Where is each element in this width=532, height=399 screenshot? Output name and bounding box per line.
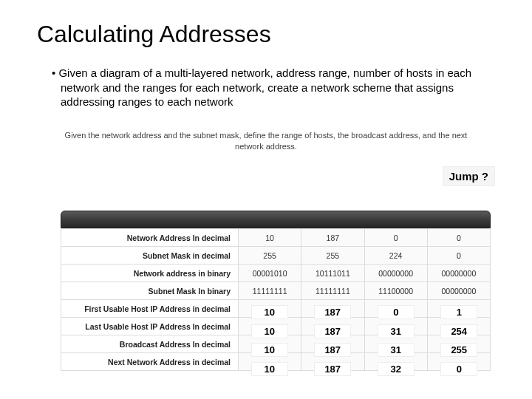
cell: 224 <box>364 247 427 265</box>
slide-title: Calculating Addresses <box>37 21 532 48</box>
address-table: Network Address In decimal1018700Subnet … <box>61 211 491 371</box>
answer-overlay: 0 <box>440 362 477 376</box>
row-label: Subnet Mask In binary <box>61 282 239 300</box>
figure-caption: Given the network address and the subnet… <box>59 130 473 153</box>
answer-overlay: 10 <box>251 343 288 357</box>
cell: 0 <box>427 247 490 265</box>
table-row: Network address in binary000010101011101… <box>61 265 491 282</box>
cell: 10 <box>239 229 301 247</box>
jump-label[interactable]: Jump ? <box>443 166 495 186</box>
answer-overlay: 10 <box>251 324 288 338</box>
row-label: First Usable Host IP Address in decimal <box>61 300 239 318</box>
row-label: Network address in binary <box>61 265 239 282</box>
answer-overlay: 255 <box>440 343 477 357</box>
cell: 0 <box>427 229 490 247</box>
answer-overlay: 10 <box>251 305 288 319</box>
table-row: Subnet Mask In binary1111111111111111111… <box>61 282 491 300</box>
answer-overlay: 187 <box>314 305 351 319</box>
table-row: Subnet Mask in decimal2552552240 <box>61 247 491 265</box>
row-label: Network Address In decimal <box>61 229 239 247</box>
answer-overlay: 187 <box>314 343 351 357</box>
cell: 00000000 <box>427 282 490 300</box>
cell: 00000000 <box>364 265 427 282</box>
answer-overlay: 254 <box>440 324 477 338</box>
row-label: Next Network Address in decimal <box>61 353 239 371</box>
answer-overlay: 31 <box>378 343 415 357</box>
row-label: Last Usable Host IP Address In decimal <box>61 318 239 335</box>
cell: 11111111 <box>301 282 364 300</box>
cell: 255 <box>239 247 301 265</box>
answer-overlay: 0 <box>378 305 415 319</box>
answer-overlay: 10 <box>251 362 288 376</box>
table-row: Network Address In decimal1018700 <box>61 229 491 247</box>
answer-overlay: 1 <box>440 305 477 319</box>
bullet-text: Given a diagram of a multi-layered netwo… <box>52 66 495 109</box>
row-label: Broadcast Address In decimal <box>61 335 239 353</box>
cell: 00000000 <box>427 265 490 282</box>
cell: 11111111 <box>239 282 301 300</box>
cell: 187 <box>301 229 364 247</box>
answer-overlay: 187 <box>314 324 351 338</box>
answer-overlay: 187 <box>314 362 351 376</box>
cell: 11100000 <box>364 282 427 300</box>
answer-overlay: 31 <box>378 324 415 338</box>
table-header-bar <box>61 211 491 228</box>
row-label: Subnet Mask in decimal <box>61 247 239 265</box>
cell: 10111011 <box>301 265 364 282</box>
answer-overlay: 32 <box>378 362 415 376</box>
cell: 00001010 <box>239 265 301 282</box>
cell: 255 <box>301 247 364 265</box>
cell: 0 <box>364 229 427 247</box>
